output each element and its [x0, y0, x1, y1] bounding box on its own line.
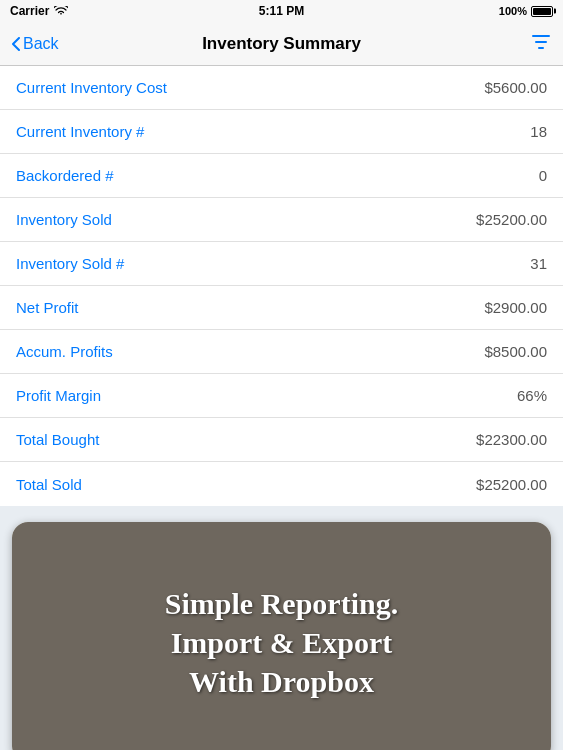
promo-line3: With Dropbox [165, 662, 398, 701]
chevron-left-icon [12, 37, 20, 51]
status-bar: Carrier 5:11 PM 100% [0, 0, 563, 22]
row-value: $8500.00 [484, 343, 547, 360]
table-row[interactable]: Current Inventory #18 [0, 110, 563, 154]
promo-banner: Simple Reporting. Import & Export With D… [12, 522, 551, 750]
wifi-icon [54, 6, 68, 16]
status-time: 5:11 PM [259, 4, 304, 18]
table-row[interactable]: Total Sold$25200.00 [0, 462, 563, 506]
table-row[interactable]: Current Inventory Cost$5600.00 [0, 66, 563, 110]
row-label: Net Profit [16, 299, 79, 316]
table-row[interactable]: Inventory Sold$25200.00 [0, 198, 563, 242]
row-label: Inventory Sold [16, 211, 112, 228]
table-row[interactable]: Profit Margin66% [0, 374, 563, 418]
table-row[interactable]: Accum. Profits$8500.00 [0, 330, 563, 374]
table-row[interactable]: Total Bought$22300.00 [0, 418, 563, 462]
row-label: Current Inventory Cost [16, 79, 167, 96]
row-label: Profit Margin [16, 387, 101, 404]
row-value: $5600.00 [484, 79, 547, 96]
row-value: $22300.00 [476, 431, 547, 448]
row-label: Total Bought [16, 431, 99, 448]
status-left: Carrier [10, 4, 68, 18]
row-value: 31 [530, 255, 547, 272]
row-label: Inventory Sold # [16, 255, 124, 272]
filter-button[interactable] [531, 32, 551, 55]
back-label: Back [23, 35, 59, 53]
status-right: 100% [499, 5, 553, 17]
row-value: $25200.00 [476, 211, 547, 228]
table-row[interactable]: Backordered #0 [0, 154, 563, 198]
promo-line2: Import & Export [165, 623, 398, 662]
row-value: $25200.00 [476, 476, 547, 493]
page-title: Inventory Summary [202, 34, 361, 54]
row-label: Total Sold [16, 476, 82, 493]
filter-icon [531, 32, 551, 52]
table-row[interactable]: Net Profit$2900.00 [0, 286, 563, 330]
row-value: $2900.00 [484, 299, 547, 316]
row-value: 0 [539, 167, 547, 184]
table-row[interactable]: Inventory Sold #31 [0, 242, 563, 286]
battery-percent: 100% [499, 5, 527, 17]
carrier-label: Carrier [10, 4, 49, 18]
row-label: Accum. Profits [16, 343, 113, 360]
row-label: Current Inventory # [16, 123, 144, 140]
row-label: Backordered # [16, 167, 114, 184]
row-value: 66% [517, 387, 547, 404]
inventory-table: Current Inventory Cost$5600.00Current In… [0, 66, 563, 506]
row-value: 18 [530, 123, 547, 140]
back-button[interactable]: Back [12, 35, 59, 53]
battery-icon [531, 6, 553, 17]
promo-text: Simple Reporting. Import & Export With D… [145, 564, 418, 721]
promo-line1: Simple Reporting. [165, 584, 398, 623]
nav-bar: Back Inventory Summary [0, 22, 563, 66]
